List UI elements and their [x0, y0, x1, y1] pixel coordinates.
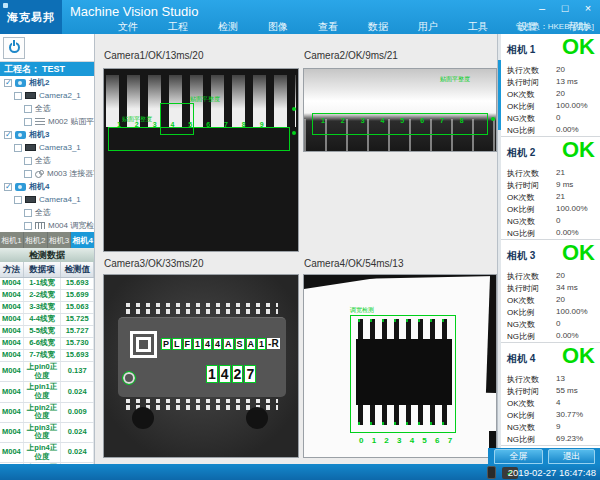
table-row[interactable]: M0045-5线宽15.727 — [0, 326, 94, 338]
table-row[interactable]: M0047-7线宽15.693 — [0, 350, 94, 362]
menu-item-project[interactable]: 工程 — [165, 19, 191, 35]
checkbox-icon[interactable] — [24, 222, 32, 230]
stat-label: OK比例 — [507, 308, 535, 317]
table-row[interactable]: M004上pin2正位度0.009 — [0, 403, 94, 423]
power-button[interactable] — [3, 37, 25, 59]
overlay-label: 贴面平整度 — [190, 95, 220, 104]
checkbox-icon[interactable] — [24, 157, 32, 165]
stat-label: 执行次数 — [507, 66, 539, 75]
table-row[interactable]: M0042-2线宽15.699 — [0, 290, 94, 302]
menu-item-user[interactable]: 用户 — [415, 19, 441, 35]
table-row[interactable]: M004上pin3正位度0.024 — [0, 423, 94, 443]
minimize-icon[interactable]: – — [535, 2, 549, 14]
flatness-icon — [35, 118, 45, 125]
menu-item-image[interactable]: 图像 — [265, 19, 291, 35]
tree-item-camera2[interactable]: ✓ 相机2 — [0, 76, 94, 89]
tree-item-camera4-1[interactable]: Camera4_1 — [0, 193, 94, 206]
col-method: 方法 — [0, 262, 24, 277]
cell-value: 15.063 — [61, 302, 94, 313]
background-edge — [486, 275, 497, 393]
tree-item-label: 相机4 — [29, 181, 49, 192]
cell-method: M004 — [0, 362, 24, 381]
project-tree: ✓ 相机2 Camera2_1 全选 M002 贴面平整度 ✓ — [0, 76, 94, 232]
cell-value: 0.024 — [61, 382, 94, 401]
tab-camera3[interactable]: 相机3 — [48, 232, 71, 248]
table-row[interactable]: M004上pin4正位度0.024 — [0, 443, 94, 463]
toolbar-row — [0, 34, 94, 62]
fullscreen-button[interactable]: 全屏 — [494, 449, 543, 464]
checkbox-icon[interactable] — [24, 105, 32, 113]
machine-vision-studio-window: 海克易邦 Machine Vision Studio – □ × 文件 工程 检… — [0, 0, 600, 480]
cell-method: M004 — [0, 326, 24, 337]
stat-value: 0 — [556, 319, 560, 328]
checkbox-icon[interactable] — [24, 209, 32, 217]
tree-item-camera2-1[interactable]: Camera2_1 — [0, 89, 94, 102]
tab-camera1[interactable]: 相机1 — [0, 232, 23, 248]
stat-label: OK次数 — [507, 193, 535, 202]
cell-method: M004 — [0, 423, 24, 442]
stat-label: NG次数 — [507, 320, 535, 329]
camera4-view[interactable]: 调宽检测 0 1 2 3 4 5 6 7 — [303, 274, 497, 458]
camera-name: 相机 1 — [507, 43, 535, 57]
camera2-view[interactable]: 贴面平整度 1 2 3 4 5 6 7 8 — [303, 68, 497, 152]
cell-item: 4-4线宽 — [24, 314, 62, 325]
sidebar: 工程名： TEST ✓ 相机2 Camera2_1 全选 M002 贴面平整度 — [0, 34, 95, 464]
checkbox-icon[interactable] — [14, 92, 22, 100]
tree-item-m003[interactable]: M003 连接器字符 — [0, 167, 94, 180]
cell-value: 0.137 — [61, 362, 94, 381]
camera3-view[interactable]: PLF144ASA1-R 1427 — [103, 274, 299, 458]
menu-item-file[interactable]: 文件 — [115, 19, 141, 35]
checkbox-icon[interactable] — [14, 144, 22, 152]
overlay-label: 调宽检测 — [350, 306, 374, 315]
checkbox-icon[interactable] — [24, 170, 32, 178]
menu-item-inspect[interactable]: 检测 — [215, 19, 241, 35]
tree-item-select-all[interactable]: 全选 — [0, 102, 94, 115]
table-row[interactable]: M0043-3线宽15.063 — [0, 302, 94, 314]
camera-icon — [15, 79, 26, 87]
cell-value: 15.727 — [61, 326, 94, 337]
tree-item-camera4[interactable]: ✓ 相机4 — [0, 180, 94, 193]
cell-item: 上pin2正位度 — [24, 403, 62, 422]
tree-item-m004[interactable]: M004 调宽检测 — [0, 219, 94, 232]
stat-value: 20 — [556, 271, 565, 280]
tab-camera4[interactable]: 相机4 — [71, 232, 94, 248]
tree-item-select-all[interactable]: 全选 — [0, 206, 94, 219]
table-row[interactable]: M004上pin0正位度0.137 — [0, 362, 94, 382]
tree-item-camera3-1[interactable]: Camera3_1 — [0, 141, 94, 154]
cell-method: M004 — [0, 302, 24, 313]
tree-item-label: M004 调宽检测 — [48, 220, 94, 231]
tree-item-select-all[interactable]: 全选 — [0, 154, 94, 167]
project-name: TEST — [42, 64, 65, 74]
stat-value: 4 — [556, 398, 560, 407]
screen-icon — [25, 196, 36, 203]
table-row[interactable]: M0044-4线宽15.725 — [0, 314, 94, 326]
close-icon[interactable]: × — [581, 2, 595, 14]
pin1-mark — [123, 372, 135, 384]
camera3-title: Camera3/OK/33ms/20 — [104, 258, 204, 269]
restore-icon[interactable]: □ — [558, 2, 572, 14]
stat-label: NG比例 — [507, 435, 535, 444]
checkbox-icon[interactable] — [14, 196, 22, 204]
camera1-view[interactable]: 贴面平整度 贴面平整度 1 2 3 4 5 6 7 8 9 — [103, 68, 299, 252]
checkbox-checked-icon[interactable]: ✓ — [4, 131, 12, 139]
menu-item-data[interactable]: 数据 — [365, 19, 391, 35]
table-row[interactable]: M0041-1线宽15.693 — [0, 278, 94, 290]
power-icon — [9, 42, 20, 53]
camera-icon — [15, 183, 26, 191]
tree-item-camera3[interactable]: ✓ 相机3 — [0, 128, 94, 141]
checkbox-icon[interactable] — [24, 118, 32, 126]
exit-button[interactable]: 退出 — [548, 449, 595, 464]
detection-data-title: 检测数据 — [0, 248, 94, 262]
checkbox-checked-icon[interactable]: ✓ — [4, 183, 12, 191]
checkbox-checked-icon[interactable]: ✓ — [4, 79, 12, 87]
roi-handle — [292, 107, 296, 111]
table-row[interactable]: M004上pin1正位度0.024 — [0, 382, 94, 402]
menu-item-tools[interactable]: 工具 — [465, 19, 491, 35]
menu-item-view[interactable]: 查看 — [315, 19, 341, 35]
tab-camera2[interactable]: 相机2 — [24, 232, 47, 248]
stat-label: 执行时间 — [507, 387, 539, 396]
switch-user-button[interactable]: [切换] — [574, 21, 594, 32]
tree-item-m002[interactable]: M002 贴面平整度 — [0, 115, 94, 128]
table-row[interactable]: M0046-6线宽15.730 — [0, 338, 94, 350]
part-suffix: -R — [267, 338, 280, 349]
